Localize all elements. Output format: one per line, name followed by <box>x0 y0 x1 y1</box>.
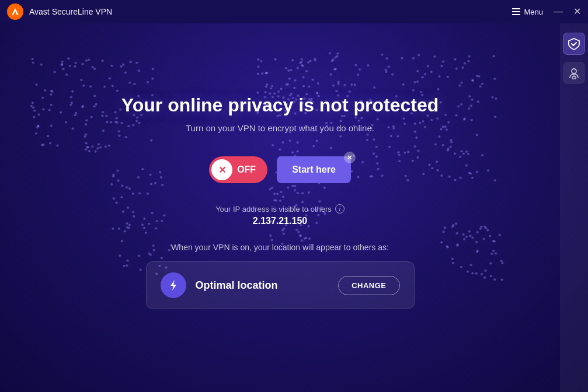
svg-rect-3 <box>512 14 520 15</box>
minimize-button[interactable]: — <box>554 7 563 16</box>
ip-address: 2.137.21.150 <box>215 216 345 226</box>
headline: Your online privacy is not protected <box>121 94 439 116</box>
main-content: Your online privacy is not protected Tur… <box>0 23 560 392</box>
title-left: Avast SecureLine VPN <box>7 4 112 20</box>
svg-rect-2 <box>512 11 520 12</box>
ip-label: Your IP address is visible to others i <box>215 204 345 214</box>
svg-rect-1 <box>512 8 520 9</box>
ip-area: Your IP address is visible to others i 2… <box>215 204 345 226</box>
close-button[interactable]: ✕ <box>573 7 581 16</box>
menu-button[interactable]: Menu <box>512 8 543 16</box>
toggle-area: ✕ OFF Start here ✕ <box>209 156 351 183</box>
account-sidebar-icon[interactable] <box>563 62 585 84</box>
vpn-toggle[interactable]: ✕ OFF <box>209 156 267 183</box>
lightning-icon <box>167 279 180 292</box>
side-panel <box>560 23 588 392</box>
avast-logo-icon <box>7 4 23 20</box>
svg-point-0 <box>7 4 23 20</box>
change-location-button[interactable]: CHANGE <box>338 276 399 295</box>
toggle-x-icon: ✕ <box>211 159 232 180</box>
location-icon <box>161 272 186 298</box>
location-card: Optimal location CHANGE <box>146 261 415 309</box>
info-icon[interactable]: i <box>335 204 345 214</box>
title-bar: Avast SecureLine VPN Menu — ✕ <box>0 0 588 23</box>
location-name: Optimal location <box>196 279 329 292</box>
vpn-location-text: When your VPN is on, your location will … <box>171 243 389 252</box>
start-here-close-icon[interactable]: ✕ <box>344 152 356 163</box>
shield-icon <box>568 37 580 50</box>
person-lock-icon <box>568 66 580 79</box>
shield-sidebar-icon[interactable] <box>563 33 585 55</box>
subtext: Turn on your VPN to encrypt what you do … <box>186 123 374 133</box>
svg-point-4 <box>572 69 576 74</box>
toggle-label: OFF <box>237 164 256 175</box>
hamburger-icon <box>512 8 520 15</box>
app-title: Avast SecureLine VPN <box>29 7 112 16</box>
start-here-button[interactable]: Start here ✕ <box>277 156 351 183</box>
title-controls: Menu — ✕ <box>512 7 581 16</box>
svg-rect-5 <box>572 76 576 79</box>
